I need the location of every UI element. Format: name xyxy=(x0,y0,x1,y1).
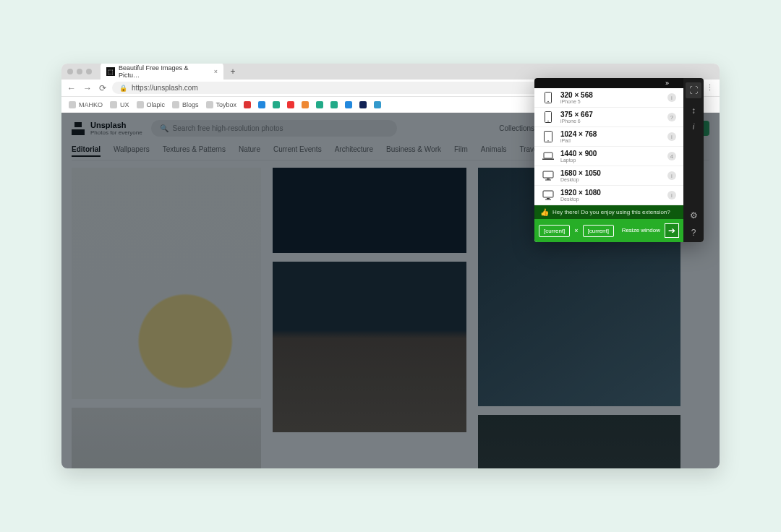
forward-icon[interactable]: → xyxy=(83,83,92,93)
svg-rect-7 xyxy=(542,159,554,160)
extension-popup: » 320 × 568iPhone 5 i 375 × 667iPhone 6 … xyxy=(534,78,704,242)
svg-point-5 xyxy=(547,140,548,141)
close-tab-icon[interactable]: × xyxy=(214,68,218,75)
tab-title: Beautiful Free Images & Pictu… xyxy=(119,64,210,79)
info-tab-icon[interactable]: i xyxy=(693,123,694,131)
laptop-icon xyxy=(542,152,555,160)
svg-rect-6 xyxy=(544,153,552,158)
new-tab-button[interactable]: + xyxy=(228,66,238,77)
folder-icon xyxy=(69,101,76,108)
preset-row[interactable]: 1680 × 1050Desktop i xyxy=(534,166,683,186)
lock-icon: 🔒 xyxy=(119,85,127,92)
folder-icon xyxy=(206,101,213,108)
window-controls[interactable] xyxy=(67,69,92,74)
bookmark-item[interactable]: Olapic xyxy=(137,101,166,108)
presets-tab-icon[interactable]: ⛶ xyxy=(686,82,701,98)
monitor-icon xyxy=(542,171,555,181)
bookmark-icon[interactable] xyxy=(374,101,381,108)
bookmark-icon[interactable] xyxy=(302,101,309,108)
svg-rect-13 xyxy=(545,200,551,200)
settings-gear-icon[interactable]: ⚙ xyxy=(690,210,698,220)
preset-row[interactable]: 375 × 667iPhone 6 ? xyxy=(534,108,683,127)
svg-rect-10 xyxy=(545,180,551,181)
svg-point-1 xyxy=(547,101,549,103)
info-badge-icon[interactable]: i xyxy=(667,171,676,180)
phone-icon xyxy=(542,111,555,123)
tablet-icon xyxy=(542,131,555,142)
kebab-menu-icon[interactable]: ⋮ xyxy=(706,83,714,93)
resize-label: Resize window xyxy=(622,228,660,234)
bookmark-icon[interactable] xyxy=(359,101,367,108)
bookmark-icon[interactable] xyxy=(330,101,338,108)
feedback-banner[interactable]: 👍 Hey there! Do you enjoy using this ext… xyxy=(534,205,683,219)
folder-icon xyxy=(110,101,117,108)
collapse-button[interactable]: » xyxy=(534,78,683,88)
bookmark-item[interactable]: Blogs xyxy=(172,101,199,108)
monitor-icon xyxy=(542,190,555,200)
bookmark-icon[interactable] xyxy=(287,101,294,108)
folder-icon xyxy=(137,101,144,108)
preset-row[interactable]: 320 × 568iPhone 5 i xyxy=(534,88,683,108)
apply-resize-button[interactable]: ➔ xyxy=(665,223,679,238)
browser-window: ⬚ Beautiful Free Images & Pictu… × + ← →… xyxy=(61,64,720,468)
bookmark-icon[interactable] xyxy=(345,101,352,108)
custom-tab-icon[interactable]: ↕ xyxy=(691,106,696,116)
bookmark-item[interactable]: Toybox xyxy=(206,101,237,108)
reload-icon[interactable]: ⟳ xyxy=(99,83,106,93)
svg-point-3 xyxy=(547,121,549,122)
thumbs-up-icon: 👍 xyxy=(540,208,549,216)
bookmark-item[interactable]: UX xyxy=(110,101,129,108)
info-badge-icon[interactable]: 4 xyxy=(667,152,676,160)
phone-icon xyxy=(542,92,555,103)
svg-rect-9 xyxy=(547,179,550,180)
bookmark-icon[interactable] xyxy=(316,101,323,108)
bookmark-icon[interactable] xyxy=(244,101,251,108)
help-icon[interactable]: ? xyxy=(691,228,696,238)
resize-controls: [current] × [current] Resize window ➔ xyxy=(534,219,683,242)
svg-rect-8 xyxy=(543,171,553,178)
extension-sidebar: ⛶ ↕ i ⚙ ? xyxy=(683,78,704,242)
bookmark-icon[interactable] xyxy=(258,101,265,108)
current-height-input[interactable]: [current] xyxy=(583,225,614,237)
info-badge-icon[interactable]: ? xyxy=(667,113,676,121)
tab-strip: ⬚ Beautiful Free Images & Pictu… × + xyxy=(61,64,720,80)
folder-icon xyxy=(172,101,179,108)
back-icon[interactable]: ← xyxy=(67,83,76,93)
preset-row[interactable]: 1024 × 768iPad i xyxy=(534,127,683,147)
current-width-input[interactable]: [current] xyxy=(539,225,570,237)
nav-controls: ← → ⟳ xyxy=(67,83,106,93)
times-icon: × xyxy=(574,227,578,234)
url-text: https://unsplash.com xyxy=(132,84,198,92)
preset-row[interactable]: 1440 × 900Laptop 4 xyxy=(534,147,683,166)
bookmark-icon[interactable] xyxy=(273,101,280,108)
bookmark-item[interactable]: MAHKO xyxy=(69,101,103,108)
info-badge-icon[interactable]: i xyxy=(667,93,676,102)
info-badge-icon[interactable]: i xyxy=(667,132,676,141)
browser-tab[interactable]: ⬚ Beautiful Free Images & Pictu… × xyxy=(101,64,223,81)
svg-rect-12 xyxy=(547,198,550,200)
unsplash-favicon-icon: ⬚ xyxy=(106,67,115,76)
svg-rect-11 xyxy=(543,191,553,197)
preset-row[interactable]: 1920 × 1080Desktop i xyxy=(534,186,683,205)
info-badge-icon[interactable]: i xyxy=(667,191,676,200)
